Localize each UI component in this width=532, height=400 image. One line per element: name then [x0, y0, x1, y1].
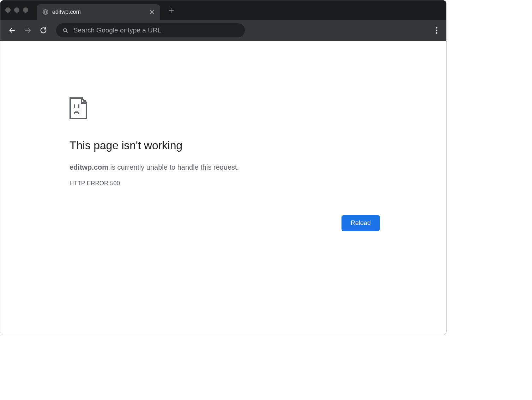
page-content: This page isn't working editwp.com is cu… — [0, 41, 446, 335]
reload-row: Reload — [69, 215, 380, 231]
toolbar — [0, 20, 446, 41]
window-maximize-button[interactable] — [23, 7, 28, 13]
close-tab-button[interactable] — [149, 9, 155, 15]
tab-title: editwp.com — [52, 9, 145, 15]
svg-point-9 — [436, 27, 437, 28]
error-code: HTTP ERROR 500 — [69, 180, 380, 187]
error-heading: This page isn't working — [69, 139, 380, 152]
window-controls — [5, 7, 28, 13]
browser-chrome: editwp.com — [0, 0, 446, 41]
browser-tab[interactable]: editwp.com — [37, 4, 160, 20]
svg-point-10 — [436, 30, 437, 31]
window-minimize-button[interactable] — [14, 7, 19, 13]
address-input[interactable] — [73, 26, 238, 34]
error-message: editwp.com is currently unable to handle… — [69, 163, 380, 171]
error-domain: editwp.com — [69, 163, 108, 171]
sad-page-icon — [69, 97, 88, 119]
forward-button[interactable] — [22, 24, 34, 37]
globe-icon — [42, 9, 49, 15]
search-icon — [62, 27, 68, 34]
svg-point-11 — [436, 32, 437, 34]
error-message-suffix: is currently unable to handle this reque… — [108, 163, 239, 171]
new-tab-button[interactable] — [165, 4, 177, 16]
window-close-button[interactable] — [5, 7, 11, 13]
reload-nav-button[interactable] — [37, 24, 50, 37]
error-container: This page isn't working editwp.com is cu… — [69, 41, 380, 231]
tab-bar: editwp.com — [0, 0, 446, 20]
back-button[interactable] — [6, 24, 19, 37]
svg-line-8 — [66, 31, 67, 32]
address-bar[interactable] — [56, 23, 245, 37]
browser-menu-button[interactable] — [430, 24, 443, 37]
reload-button[interactable]: Reload — [341, 215, 380, 231]
svg-rect-13 — [78, 104, 79, 108]
svg-rect-12 — [74, 104, 75, 108]
